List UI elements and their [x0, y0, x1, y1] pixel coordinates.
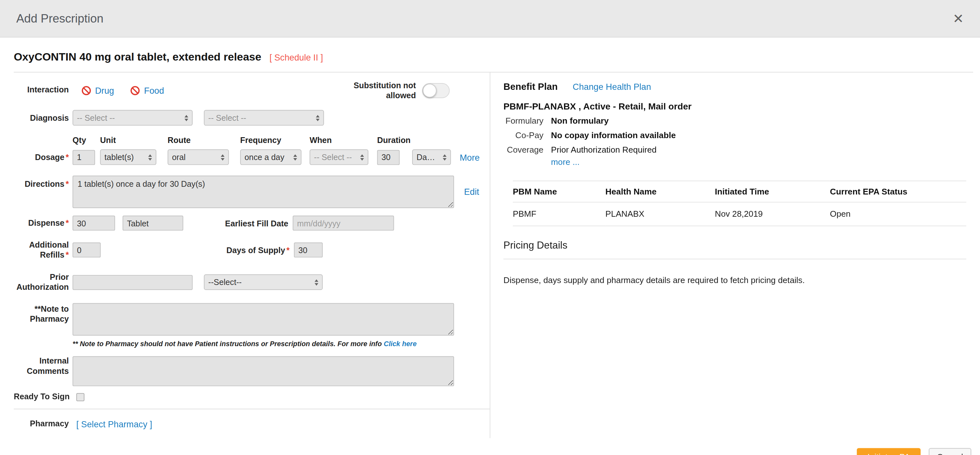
directions-label: Directions*: [14, 176, 69, 190]
diagnosis-select-secondary[interactable]: -- Select --: [204, 110, 324, 126]
required-asterisk: *: [66, 179, 69, 189]
coverage-value: Prior Authorization Required: [551, 145, 657, 154]
qty-column-header: Qty: [73, 136, 95, 145]
note-to-pharmacy-label: **Note to Pharmacy: [14, 303, 69, 325]
select-arrows-icon: [315, 279, 318, 285]
schedule-badge: [ Schedule II ]: [269, 52, 323, 62]
dispense-unit-input[interactable]: [123, 216, 183, 231]
select-arrows-icon: [316, 115, 320, 121]
internal-comments-textarea[interactable]: [73, 357, 454, 387]
change-health-plan-link[interactable]: Change Health Plan: [573, 82, 651, 92]
copay-label: Co-Pay: [503, 131, 543, 140]
epa-table-row: PBMF PLANABX Nov 28,2019 Open: [513, 202, 966, 226]
required-asterisk: *: [66, 218, 69, 227]
formulary-value: Non formulary: [551, 116, 609, 125]
initiated-time-cell: Nov 28,2019: [715, 202, 830, 226]
prior-authorization-input[interactable]: [73, 275, 193, 290]
dosage-label: Dosage*: [14, 152, 69, 163]
coverage-more-link[interactable]: more ...: [551, 157, 580, 167]
select-arrows-icon: [221, 154, 224, 160]
epa-status-cell: Open: [830, 202, 966, 226]
internal-comments-label: Internal Comments: [14, 357, 69, 377]
health-name-header: Health Name: [606, 181, 715, 202]
ready-to-sign-checkbox[interactable]: [76, 393, 84, 401]
pbm-name-header: PBM Name: [513, 181, 605, 202]
prohibition-icon: [81, 85, 91, 95]
substitution-toggle[interactable]: [422, 83, 450, 98]
duration-input[interactable]: [377, 150, 399, 165]
frequency-select-value: once a day: [245, 153, 284, 162]
prior-authorization-select[interactable]: --Select--: [204, 275, 323, 290]
duration-unit-select[interactable]: Day(s): [412, 149, 451, 165]
drug-interaction-link[interactable]: Drug: [81, 85, 114, 95]
required-asterisk: *: [66, 250, 69, 260]
diagnosis-label: Diagnosis: [14, 113, 69, 123]
dispense-label: Dispense*: [14, 218, 69, 228]
cancel-button[interactable]: Cancel: [929, 448, 971, 455]
diagnosis-select-secondary-value: -- Select --: [208, 113, 246, 123]
more-link[interactable]: More: [460, 152, 479, 162]
pharmacy-divider: [14, 409, 490, 410]
diagnosis-select-primary[interactable]: -- Select --: [73, 110, 193, 126]
benefit-plan-panel: Benefit Plan Change Health Plan PBMF-PLA…: [490, 73, 973, 438]
additional-refills-label: Additional Refills*: [14, 240, 69, 260]
drug-interaction-label: Drug: [95, 85, 114, 95]
when-select-value: -- Select --: [314, 153, 352, 162]
initiate-epa-button[interactable]: Initiate ePA: [857, 448, 921, 455]
route-column-header: Route: [167, 136, 229, 145]
route-select-value: oral: [172, 153, 186, 162]
ready-to-sign-label: Ready To Sign: [14, 392, 69, 402]
additional-refills-input[interactable]: [73, 243, 100, 258]
duration-unit-value: Day(s): [417, 153, 439, 162]
modal-title: Add Prescription: [16, 11, 103, 25]
select-arrows-icon: [360, 154, 364, 160]
pricing-details-title: Pricing Details: [503, 240, 966, 259]
note-to-pharmacy-textarea[interactable]: [73, 303, 454, 336]
drug-name: OxyCONTIN 40 mg oral tablet, extended re…: [14, 51, 261, 64]
epa-table: PBM Name Health Name Initiated Time Curr…: [513, 181, 966, 227]
pharmacy-label: Pharmacy: [14, 419, 69, 429]
health-name-cell: PLANABX: [606, 202, 715, 226]
coverage-label: Coverage: [503, 145, 543, 154]
route-select[interactable]: oral: [167, 149, 229, 165]
epa-status-header: Current EPA Status: [830, 181, 966, 202]
edit-link[interactable]: Edit: [464, 187, 479, 197]
directions-textarea[interactable]: 1 tablet(s) once a day for 30 Day(s): [73, 176, 454, 208]
pbm-name-cell: PBMF: [513, 202, 605, 226]
click-here-link[interactable]: Click here: [384, 340, 417, 347]
toggle-knob: [423, 83, 437, 97]
initiated-time-header: Initiated Time: [715, 181, 830, 202]
dispense-qty-input[interactable]: [73, 216, 115, 231]
pricing-details-message: Dispense, days supply and pharmacy detai…: [503, 276, 973, 285]
select-arrows-icon: [293, 154, 297, 160]
epa-table-header-row: PBM Name Health Name Initiated Time Curr…: [513, 181, 966, 202]
interaction-label: Interaction: [14, 85, 69, 96]
days-of-supply-input[interactable]: [294, 243, 323, 258]
frequency-select[interactable]: once a day: [240, 149, 301, 165]
unit-column-header: Unit: [100, 136, 157, 145]
food-interaction-label: Food: [144, 85, 164, 95]
substitution-label: Substitution not allowed: [352, 81, 416, 100]
copay-value: No copay information available: [551, 131, 676, 140]
qty-input[interactable]: [73, 150, 95, 165]
close-icon[interactable]: ✕: [953, 12, 964, 25]
plan-name: PBMF-PLANABX , Active - Retail, Mail ord…: [503, 101, 973, 111]
modal-header: Add Prescription ✕: [0, 0, 980, 37]
select-arrows-icon: [185, 115, 189, 121]
select-pharmacy-link[interactable]: [ Select Pharmacy ]: [76, 419, 153, 429]
select-arrows-icon: [443, 154, 447, 160]
required-asterisk: *: [66, 152, 69, 162]
duration-column-header: Duration: [377, 136, 410, 145]
when-select[interactable]: -- Select --: [310, 149, 368, 165]
unit-select-value: tablet(s): [104, 153, 134, 162]
prohibition-icon: [130, 85, 140, 95]
note-to-pharmacy-hint: ** Note to Pharmacy should not have Pati…: [73, 340, 490, 347]
unit-select[interactable]: tablet(s): [100, 149, 157, 165]
food-interaction-link[interactable]: Food: [130, 85, 164, 95]
formulary-label: Formulary: [503, 116, 543, 125]
benefit-plan-title: Benefit Plan: [503, 81, 557, 92]
when-column-header: When: [310, 136, 368, 145]
prior-authorization-label: Prior Authorization: [14, 273, 69, 293]
prior-authorization-select-value: --Select--: [208, 278, 242, 287]
earliest-fill-date-input[interactable]: [293, 216, 394, 231]
